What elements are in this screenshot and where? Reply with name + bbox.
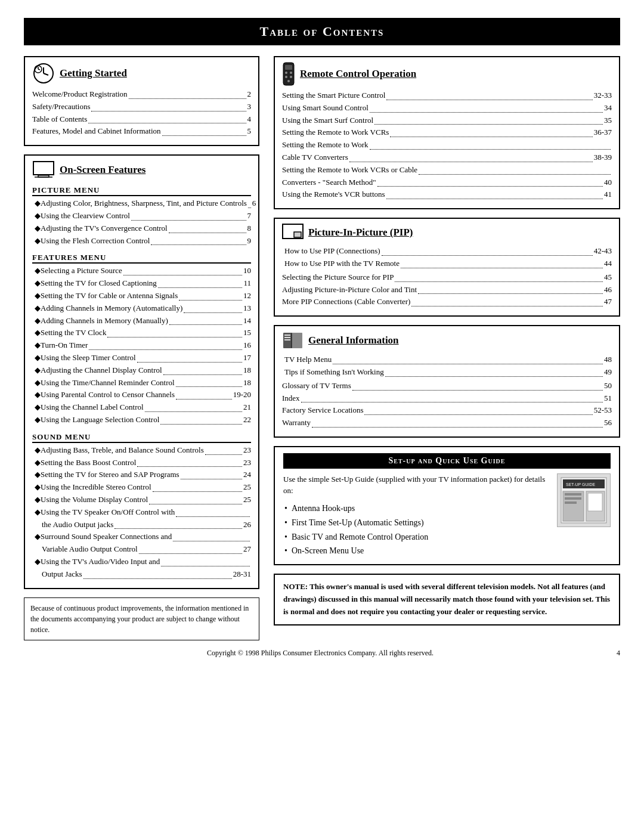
list-item: Antenna Hook-ups — [283, 501, 551, 516]
toc-entry-speaker-onoff: ◆Using the TV Speaker On/Off Control wit… — [32, 506, 251, 531]
svg-rect-26 — [563, 491, 584, 521]
svg-rect-19 — [292, 333, 302, 348]
svg-rect-29 — [565, 493, 581, 496]
footer: Copyright © 1998 Philips Consumer Electr… — [24, 649, 620, 658]
svg-point-11 — [285, 72, 287, 74]
list-item: First Time Set-Up (Automatic Settings) — [283, 516, 551, 530]
copyright: Copyright © 1998 Philips Consumer Electr… — [207, 649, 434, 658]
svg-rect-23 — [284, 339, 290, 340]
note-box: NOTE: This owner's manual is used with s… — [274, 574, 620, 625]
toc-entry-pip-remote: How to Use PIP with the TV Remote 44 — [284, 258, 612, 270]
setup-guide-section: Set-up and Quick Use Guide Use the simpl… — [274, 446, 620, 565]
toc-entry-features: Features, Model and Cabinet Information … — [32, 125, 251, 138]
page: Table of Contents — [0, 0, 644, 833]
toc-entry-remote-cable: Setting the Remote to Work Cable TV Conv… — [282, 139, 612, 164]
remote-control-heading: Remote Control Operation — [300, 68, 416, 80]
page-number: 4 — [617, 649, 620, 658]
toc-entry-surround: ◆Surround Sound Speaker Connections and … — [32, 531, 251, 556]
remote-control-section: Remote Control Operation Setting the Sma… — [274, 56, 620, 209]
picture-menu-header: PICTURE MENU — [32, 185, 251, 196]
general-info-heading: General Information — [308, 335, 399, 346]
getting-started-heading: Getting Started — [60, 67, 127, 79]
svg-text:SET-UP GUIDE: SET-UP GUIDE — [566, 482, 596, 487]
page-title: Table of Contents — [24, 18, 620, 45]
sound-menu-header: SOUND MENU — [32, 432, 251, 443]
right-column: Remote Control Operation Setting the Sma… — [274, 56, 620, 625]
toc-entry-remote-vcr-buttons: Using the Remote's VCR buttons 41 — [282, 188, 612, 201]
svg-line-5 — [38, 69, 40, 70]
list-item: On-Screen Menu Use — [283, 544, 551, 558]
remote-control-header: Remote Control Operation — [282, 62, 612, 86]
setup-guide-bullets: Antenna Hook-ups First Time Set-Up (Auto… — [283, 501, 551, 558]
svg-rect-22 — [284, 337, 290, 338]
setup-guide-intro: Use the simple Set-Up Guide (supplied wi… — [283, 473, 551, 497]
svg-point-12 — [290, 72, 292, 74]
toc-entry-flesh: ◆Using the Flesh Correction Control 9 — [32, 235, 251, 247]
toc-entry-pip-connections-cable: More PIP Connections (Cable Converter) 4… — [282, 296, 612, 308]
pip-heading: Picture-In-Picture (PIP) — [308, 227, 413, 239]
toc-entry-tips: Tips if Something Isn't Working 49 — [284, 366, 612, 379]
pip-section: Picture-In-Picture (PIP) How to Use PIP … — [274, 218, 620, 317]
svg-rect-10 — [285, 65, 292, 70]
svg-line-2 — [44, 73, 48, 75]
book-icon — [282, 331, 304, 350]
svg-point-14 — [290, 76, 292, 78]
setup-guide-image: SET-UP GUIDE — [557, 473, 611, 527]
svg-rect-21 — [284, 335, 290, 336]
getting-started-header: Getting Started — [32, 62, 251, 85]
note-text: NOTE: This owner's manual is used with s… — [283, 582, 610, 616]
tv-icon — [32, 160, 55, 179]
remote-icon — [282, 62, 295, 86]
svg-rect-30 — [565, 497, 581, 500]
general-info-header: General Information — [282, 331, 612, 350]
svg-rect-17 — [294, 232, 301, 237]
on-screen-section: On-Screen Features PICTURE MENU ◆Adjusti… — [24, 154, 259, 589]
pip-icon — [282, 224, 304, 241]
list-item: Basic TV and Remote Control Operation — [283, 530, 551, 544]
setup-guide-title: Set-up and Quick Use Guide — [283, 453, 611, 469]
setup-guide-content: Use the simple Set-Up Guide (supplied wi… — [283, 473, 611, 558]
left-column: Getting Started Welcome/Product Registra… — [24, 56, 259, 640]
svg-rect-6 — [33, 162, 54, 175]
svg-point-15 — [287, 80, 290, 82]
footnote-box: Because of continuous product improvemen… — [24, 597, 259, 640]
toc-entry-language: ◆Using the Language Selection Control 22 — [32, 414, 251, 426]
general-info-section: General Information TV Help Menu 48 Tips… — [274, 325, 620, 438]
svg-point-13 — [285, 76, 287, 78]
svg-rect-32 — [588, 493, 602, 511]
getting-started-section: Getting Started Welcome/Product Registra… — [24, 56, 259, 146]
pip-icon-entries: How to Use PIP (Connections) 42-43 How t… — [282, 245, 612, 270]
general-info-icon-entries: TV Help Menu 48 Tips if Something Isn't … — [282, 354, 612, 379]
clock-icon — [32, 62, 55, 85]
setup-guide-text: Use the simple Set-Up Guide (supplied wi… — [283, 473, 551, 558]
toc-entry-remote-search: Setting the Remote to Work VCRs or Cable… — [282, 164, 612, 189]
svg-rect-31 — [565, 501, 577, 504]
toc-entry-warranty: Warranty 56 — [282, 417, 612, 429]
on-screen-heading: On-Screen Features — [60, 164, 145, 176]
pip-header: Picture-In-Picture (PIP) — [282, 224, 612, 241]
on-screen-header: On-Screen Features — [32, 160, 251, 179]
features-menu-header: FEATURES MENU — [32, 253, 251, 264]
toc-entry-av-jacks: ◆Using the TV's Audio/Video Input and Ou… — [32, 556, 251, 581]
